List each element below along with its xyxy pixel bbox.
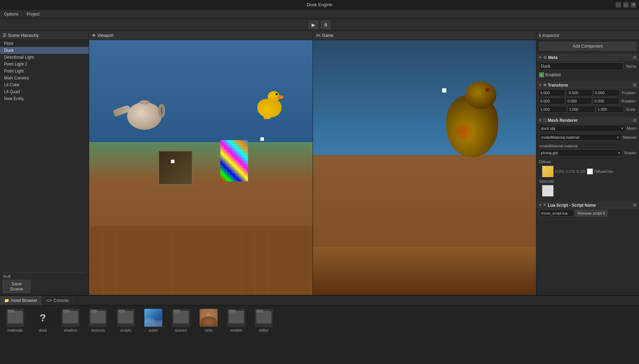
scale-x-input[interactable] [538, 106, 566, 113]
pause-button[interactable]: ⏸ [321, 21, 331, 29]
asset-item-materials[interactable]: materials [4, 309, 26, 361]
scale-z-input[interactable] [596, 106, 624, 113]
menu-project[interactable]: Project [25, 11, 41, 17]
scale-y-input[interactable] [567, 106, 595, 113]
mesh-dropdown[interactable]: duck.obj ▼ [539, 125, 626, 132]
asset-grid: materials ? duck shaders textures [0, 305, 639, 364]
mesh-gear-icon[interactable]: ⚙ [633, 118, 637, 123]
game-canvas[interactable] [313, 40, 536, 295]
rot-z-input[interactable] [593, 98, 619, 105]
transform-title: Transform [548, 83, 568, 88]
tab-console[interactable]: </> Console [42, 296, 73, 305]
floor-grid [89, 226, 313, 295]
editor-icon [255, 309, 273, 327]
lua-gear-icon[interactable]: ⚙ [633, 203, 637, 208]
hierarchy-item-floor[interactable]: Floor [0, 40, 89, 47]
inspector-icon: ℹ [539, 33, 541, 38]
asset-item-water[interactable]: water [142, 309, 164, 361]
asset-item-nelio[interactable]: nelio [198, 309, 220, 361]
g-label: G:255 [566, 170, 575, 174]
hierarchy-item-duck[interactable]: Duck [0, 47, 89, 54]
diffuse-color-swatch[interactable] [542, 166, 554, 177]
specular-color-row [539, 184, 636, 198]
materials-icon [6, 309, 24, 327]
material-dropdown[interactable]: modelMaterial.material ▼ [539, 134, 621, 141]
script-row: Remove script 0 [536, 209, 639, 218]
minimize-button[interactable]: − [616, 2, 621, 8]
close-button[interactable]: ✕ [631, 2, 636, 8]
mesh-renderer-title: Mesh Renderer [548, 118, 578, 123]
menu-options[interactable]: Options [3, 11, 20, 17]
lua-section-header[interactable]: ▼ ✎ Lua Script - Script Name ⚙ [536, 201, 639, 209]
specular-color-swatch[interactable] [542, 185, 554, 197]
hierarchy-item-point-light[interactable]: Point Light [0, 68, 89, 75]
diffuse-white-swatch[interactable] [587, 168, 593, 175]
pos-x-input[interactable] [538, 89, 565, 96]
window-controls: − □ ✕ [616, 2, 636, 8]
save-scene-button[interactable]: Save Scene [3, 280, 30, 293]
maximize-button[interactable]: □ [623, 2, 629, 8]
mesh-icon: ◻ [543, 118, 546, 122]
title-bar: Dusk Engine − □ ✕ [0, 0, 639, 10]
pos-z-input[interactable] [593, 89, 620, 96]
asset-item-scripts[interactable]: scripts [115, 309, 137, 361]
transform-gear-icon[interactable]: ⚙ [633, 82, 637, 88]
diffuse-section: Diffuse R:255 G:255 B:255 Diffu [536, 158, 639, 198]
water-icon [144, 309, 162, 327]
crate-lines [159, 151, 192, 185]
hierarchy-item-point-light-2[interactable]: Point Light 2 [0, 61, 89, 68]
hierarchy-header: ☰ Scene Hierarchy [0, 31, 89, 40]
transform-section-header[interactable]: ▼ ✥ Transform ⚙ [536, 81, 639, 89]
mesh-dropdown-arrow: ▼ [620, 127, 624, 130]
game-duck-object [443, 81, 502, 157]
scenes-label: scenes [175, 328, 187, 332]
script-input-field[interactable] [539, 210, 574, 217]
shader-dropdown[interactable]: phong.glsl ▼ [539, 149, 623, 156]
material-input-row: modelMaterial.material ▼ Material [536, 133, 639, 142]
asset-item-textures[interactable]: textures [87, 309, 109, 361]
asset-item-duck[interactable]: ? duck [32, 309, 54, 361]
water-label: water [149, 328, 158, 332]
diffuse-color-row: R:255 G:255 B:255 DiffuseColor [539, 165, 636, 178]
pos-y-input[interactable] [566, 89, 592, 96]
entity-name-input[interactable] [539, 62, 623, 70]
hierarchy-item-directional-light[interactable]: Directional Light [0, 54, 89, 61]
meta-gear-icon[interactable]: ⚙ [633, 55, 637, 60]
asset-item-shaders[interactable]: shaders [59, 309, 82, 361]
asset-item-models[interactable]: models [225, 309, 247, 361]
asset-item-editor[interactable]: editor [253, 309, 275, 361]
nelio-icon [200, 309, 218, 327]
viewport-canvas[interactable] [89, 40, 313, 295]
scripts-icon [117, 309, 135, 327]
rot-x-input[interactable] [538, 98, 565, 105]
enabled-row: ✓ Enabled [536, 71, 639, 78]
hierarchy-item-lit-cube[interactable]: Lit Cube [0, 81, 89, 88]
hierarchy-icon: ☰ [3, 33, 7, 38]
hierarchy-item-new-entity[interactable]: New Entity [0, 95, 89, 102]
mesh-value: duck.obj [541, 126, 555, 130]
enabled-checkbox[interactable]: ✓ [539, 72, 544, 77]
duck-viewport-object [257, 99, 282, 118]
meta-section: ▼ ⚙ Meta ⚙ Name ✓ Enabled [536, 52, 639, 80]
shader-sub-section: modelMaterial.material phong.glsl ▼ Shad… [536, 142, 639, 158]
meta-chevron: ▼ [538, 56, 542, 59]
models-label: models [230, 328, 242, 332]
hierarchy-item-main-camera[interactable]: Main Camera [0, 75, 89, 81]
mesh-renderer-header[interactable]: ▼ ◻ Mesh Renderer ⚙ [536, 117, 639, 124]
shaders-label: shaders [64, 328, 77, 332]
asset-browser-tab-label: Asset Browser [11, 298, 37, 303]
main-layout: ☰ Scene Hierarchy Floor Duck Directional… [0, 31, 639, 364]
person-face [200, 309, 218, 327]
b-label: B:255 [576, 170, 585, 174]
asset-item-scenes[interactable]: scenes [170, 309, 192, 361]
play-button[interactable]: ▶ [308, 21, 318, 29]
tab-asset-browser[interactable]: 📁 Asset Browser [0, 296, 42, 305]
r-channel: R:255 [555, 170, 564, 174]
hierarchy-title: Scene Hierarchy [8, 33, 39, 38]
hierarchy-item-lit-quad[interactable]: Lit Quad [0, 88, 89, 95]
textures-icon [89, 309, 107, 327]
add-component-button[interactable]: Add Component [539, 42, 636, 50]
meta-section-header[interactable]: ▼ ⚙ Meta ⚙ [536, 54, 639, 61]
rot-y-input[interactable] [566, 98, 592, 105]
remove-script-button[interactable]: Remove script 0 [575, 210, 607, 217]
